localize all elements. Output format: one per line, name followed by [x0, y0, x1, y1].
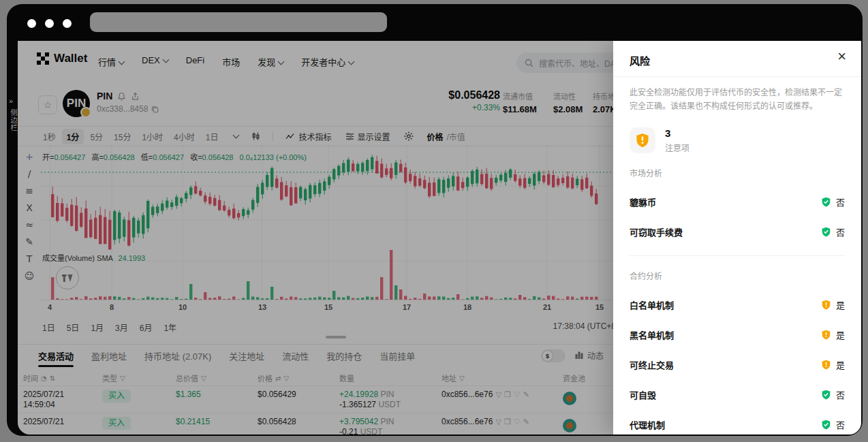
- interval-4[interactable]: 1小时: [137, 129, 168, 144]
- range-button-1[interactable]: 5日: [67, 321, 80, 333]
- interval-0[interactable]: 1秒: [38, 129, 61, 144]
- pool-icon[interactable]: [563, 392, 576, 405]
- token-avatar: PIN: [63, 90, 90, 117]
- swap-icon[interactable]: ⇄: [275, 375, 281, 382]
- funnel-icon[interactable]: ▽: [120, 375, 125, 382]
- heart-icon[interactable]: ♡: [514, 390, 521, 399]
- interval-3[interactable]: 15分: [109, 129, 136, 144]
- risk-item-status: 是: [821, 298, 845, 311]
- indicators-button[interactable]: 技术指标: [280, 131, 337, 142]
- stat-liquidity: 流动性$2.08M: [553, 91, 583, 114]
- browser-titlebar: [7, 4, 863, 41]
- tradingview-logo[interactable]: [56, 266, 79, 289]
- trendline-tool-icon[interactable]: /: [28, 169, 31, 178]
- tab-3[interactable]: 关注地址: [229, 345, 264, 367]
- column-header-2[interactable]: 总价值▽: [176, 373, 206, 383]
- chart-canvas[interactable]: [41, 145, 617, 317]
- crosshair-tool-icon[interactable]: +: [25, 152, 33, 161]
- candle-style-button[interactable]: [246, 131, 266, 141]
- currency-toggle[interactable]: $: [541, 349, 565, 362]
- risk-section-label: 市场分析: [630, 167, 845, 178]
- tab-5[interactable]: 我的持仓: [326, 345, 362, 367]
- column-header-1[interactable]: 类型▽: [102, 373, 125, 383]
- column-header-3[interactable]: 价格⇄▽: [258, 373, 289, 383]
- copy-icon[interactable]: ❐: [504, 390, 511, 399]
- range-button-2[interactable]: 1月: [91, 321, 104, 333]
- display-settings-button[interactable]: 显示设置: [340, 131, 396, 142]
- search-placeholder: 搜索代币、地址、DA: [539, 57, 616, 69]
- heart-icon[interactable]: ♡: [514, 417, 521, 426]
- tab-2[interactable]: 持币地址 (2.07K): [144, 345, 211, 367]
- feed-button[interactable]: 动态: [575, 349, 604, 361]
- funnel-icon[interactable]: ▽: [283, 375, 289, 382]
- risk-item-status: 是: [821, 328, 845, 341]
- display-settings-icon: [345, 133, 354, 140]
- range-button-4[interactable]: 6月: [140, 321, 153, 333]
- emoji-tool-icon[interactable]: ☺: [25, 271, 35, 281]
- range-button-5[interactable]: 1年: [164, 321, 176, 333]
- funnel-icon[interactable]: ▽: [495, 390, 501, 399]
- range-buttons: 1日5日1月3月6月1年: [42, 321, 176, 333]
- range-button-0[interactable]: 1日: [42, 321, 55, 333]
- pattern-tool-icon[interactable]: X: [26, 203, 33, 212]
- pencil-icon[interactable]: ✎: [523, 390, 529, 399]
- time-tick-0: 4: [48, 303, 52, 311]
- drawing-toolbar: +/≡X≈✎T☺: [18, 152, 41, 281]
- text-tool-icon[interactable]: T: [27, 254, 33, 264]
- time-tick-6: 18: [463, 303, 471, 311]
- traffic-light-minimize[interactable]: [45, 19, 54, 28]
- parallel-lines-tool-icon[interactable]: ≡: [25, 186, 33, 195]
- shield-check-icon: [821, 390, 831, 400]
- expand-sidebar-icon[interactable]: »: [9, 97, 13, 105]
- tab-4[interactable]: 流动性: [282, 345, 309, 367]
- nav-item-0[interactable]: 行情: [98, 55, 124, 68]
- price-mcap-switch[interactable]: 价格/市值: [422, 131, 471, 142]
- alert-bell-icon[interactable]: [117, 92, 126, 101]
- traffic-light-zoom[interactable]: [63, 19, 72, 28]
- chart-settings-button[interactable]: [399, 131, 419, 141]
- time-tick-8: 15: [595, 303, 604, 311]
- app-viewport: Wallet 行情DEXDeFi市场发现开发者中心 搜索代币、地址、DA ☆: [18, 41, 861, 435]
- interval-1[interactable]: 1分: [62, 129, 84, 144]
- favorite-button[interactable]: ☆: [38, 95, 57, 114]
- ohlc-readout: 开=0.056427 高=0.056428 低=0.056427 收=0.056…: [42, 151, 307, 162]
- tab-6[interactable]: 当前挂单: [379, 345, 415, 367]
- column-header-0[interactable]: 时间◔⇅: [23, 373, 55, 383]
- nav-item-3[interactable]: 市场: [222, 55, 240, 68]
- nav-item-4[interactable]: 发现: [258, 55, 283, 68]
- volume-readout: 成交量(Volume) SMA 24.1993: [42, 252, 145, 263]
- interval-dropdown-caret[interactable]: [226, 129, 243, 143]
- risk-item: 貔貅币 否: [630, 195, 845, 208]
- forecast-tool-icon[interactable]: ≈: [25, 220, 33, 230]
- interval-2[interactable]: 5分: [85, 129, 108, 144]
- sort-icon[interactable]: ⇅: [50, 375, 55, 382]
- brush-tool-icon[interactable]: ✎: [25, 237, 33, 247]
- gear-icon: [404, 131, 414, 141]
- address-bar[interactable]: [90, 12, 387, 32]
- traffic-light-close[interactable]: [27, 19, 36, 28]
- copy-icon[interactable]: ❐: [504, 417, 511, 426]
- tab-0[interactable]: 交易活动: [38, 345, 74, 367]
- interval-5[interactable]: 4小时: [169, 129, 200, 144]
- nav-item-2[interactable]: DeFi: [186, 55, 204, 68]
- funnel-icon[interactable]: ▽: [459, 375, 465, 382]
- nav-item-5[interactable]: 开发者中心: [301, 55, 354, 68]
- column-header-6[interactable]: 资金池: [563, 373, 585, 383]
- funnel-icon[interactable]: ▽: [201, 375, 206, 382]
- share-icon[interactable]: [131, 92, 140, 101]
- clock-icon[interactable]: ◔: [41, 375, 47, 382]
- pencil-icon[interactable]: ✎: [523, 417, 529, 426]
- pane-resize-handle[interactable]: [326, 336, 346, 338]
- pool-icon[interactable]: [563, 419, 576, 432]
- nav-item-1[interactable]: DEX: [142, 55, 168, 68]
- funnel-icon[interactable]: ▽: [495, 417, 501, 426]
- column-header-4[interactable]: 数量: [339, 373, 354, 383]
- tab-1[interactable]: 盈利地址: [91, 345, 127, 367]
- wallet-logo[interactable]: Wallet: [37, 52, 87, 65]
- interval-6[interactable]: 1日: [201, 129, 223, 144]
- close-icon[interactable]: ×: [837, 49, 846, 64]
- range-button-3[interactable]: 3月: [115, 321, 128, 333]
- column-header-5[interactable]: 地址▽: [441, 373, 465, 383]
- risk-item-name: 可终止交易: [630, 358, 674, 371]
- copy-icon[interactable]: [151, 106, 159, 113]
